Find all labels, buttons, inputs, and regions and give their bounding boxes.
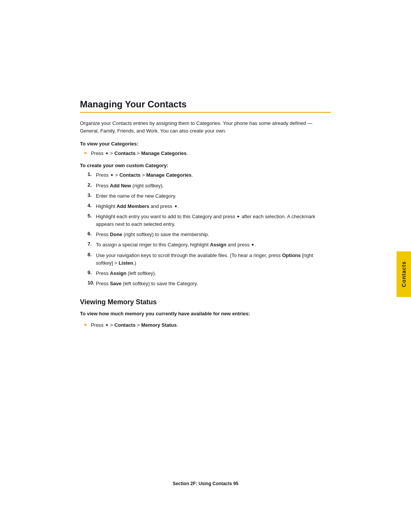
triangle-bullet-icon-2: ► bbox=[84, 322, 88, 327]
step-9: 9. Press Assign (left softkey). bbox=[88, 270, 331, 277]
step-number-4: 4. bbox=[88, 203, 96, 208]
side-tab-label: Contacts bbox=[401, 261, 407, 287]
contacts-side-tab: Contacts bbox=[397, 251, 411, 297]
step-text-4: Highlight Add Members and press ✦. bbox=[96, 203, 179, 210]
step-number-3: 3. bbox=[88, 192, 96, 198]
step-7: 7. To assign a special ringer to this Ca… bbox=[88, 241, 331, 249]
step-text-5: Highlight each entry you want to add to … bbox=[96, 213, 331, 228]
triangle-bullet-icon: ► bbox=[84, 150, 88, 155]
step-text-7: To assign a special ringer to this Categ… bbox=[96, 241, 256, 249]
nav-icon-7: ✦ bbox=[251, 241, 255, 249]
step-3: 3. Enter the name of the new Category. bbox=[88, 192, 331, 200]
step-number-7: 7. bbox=[88, 241, 96, 247]
nav-icon-5: ✦ bbox=[236, 213, 240, 220]
step-10: 10. Press Save (left softkey) to save th… bbox=[88, 280, 331, 288]
step-1: 1. Press ✦ > Contacts > Manage Categorie… bbox=[88, 171, 331, 179]
step-number-1: 1. bbox=[88, 171, 96, 177]
footer-text: Section 2F: Using Contacts 95 bbox=[173, 481, 239, 486]
numbered-list: 1. Press ✦ > Contacts > Manage Categorie… bbox=[88, 171, 331, 288]
step-number-10: 10. bbox=[88, 280, 96, 286]
view-categories-bullet-item: ► Press ✦ > Contacts > Manage Categories… bbox=[84, 150, 331, 157]
step-number-9: 9. bbox=[88, 270, 96, 275]
memory-status-bullet-item: ► Press ✦ > Contacts > Memory Status. bbox=[84, 321, 331, 329]
nav-icon-memory: ✦ bbox=[105, 322, 109, 329]
step-2: 2. Press Add New (right softkey). bbox=[88, 182, 331, 190]
memory-status-text: Press ✦ > Contacts > Memory Status. bbox=[91, 321, 178, 329]
page-footer: Section 2F: Using Contacts 95 bbox=[0, 481, 411, 486]
title-underline bbox=[80, 112, 331, 113]
nav-icon-1: ✦ bbox=[110, 172, 114, 179]
step-number-2: 2. bbox=[88, 182, 96, 188]
step-text-6: Press Done (right softkey) to save the m… bbox=[96, 231, 209, 238]
step-number-5: 5. bbox=[88, 213, 96, 219]
step-text-8: Use your navigation keys to scroll throu… bbox=[96, 252, 331, 267]
section2-label: To create your own custom Category: bbox=[80, 163, 331, 168]
step-text-1: Press ✦ > Contacts > Manage Categories. bbox=[96, 171, 193, 179]
page-title: Managing Your Contacts bbox=[80, 99, 331, 110]
nav-icon: ✦ bbox=[105, 150, 109, 157]
section3-heading: Viewing Memory Status bbox=[80, 298, 331, 306]
view-categories-text: Press ✦ > Contacts > Manage Categories. bbox=[91, 150, 188, 157]
step-text-2: Press Add New (right softkey). bbox=[96, 182, 164, 190]
page-container: Managing Your Contacts Organize your Con… bbox=[0, 0, 411, 532]
step-number-6: 6. bbox=[88, 231, 96, 236]
step-6: 6. Press Done (right softkey) to save th… bbox=[88, 231, 331, 238]
content-area: Managing Your Contacts Organize your Con… bbox=[34, 0, 377, 362]
section3-intro: To view how much memory you currently ha… bbox=[80, 310, 301, 318]
intro-text: Organize your Contacts entries by assign… bbox=[80, 120, 316, 135]
step-5: 5. Highlight each entry you want to add … bbox=[88, 213, 331, 228]
step-4: 4. Highlight Add Members and press ✦. bbox=[88, 203, 331, 210]
step-8: 8. Use your navigation keys to scroll th… bbox=[88, 252, 331, 267]
step-number-8: 8. bbox=[88, 252, 96, 257]
section1-label: To view your Categories: bbox=[80, 141, 331, 147]
step-text-9: Press Assign (left softkey). bbox=[96, 270, 156, 277]
step-text-10: Press Save (left softkey) to save the Ca… bbox=[96, 280, 198, 288]
step-text-3: Enter the name of the new Category. bbox=[96, 192, 177, 200]
nav-icon-4: ✦ bbox=[174, 203, 178, 210]
